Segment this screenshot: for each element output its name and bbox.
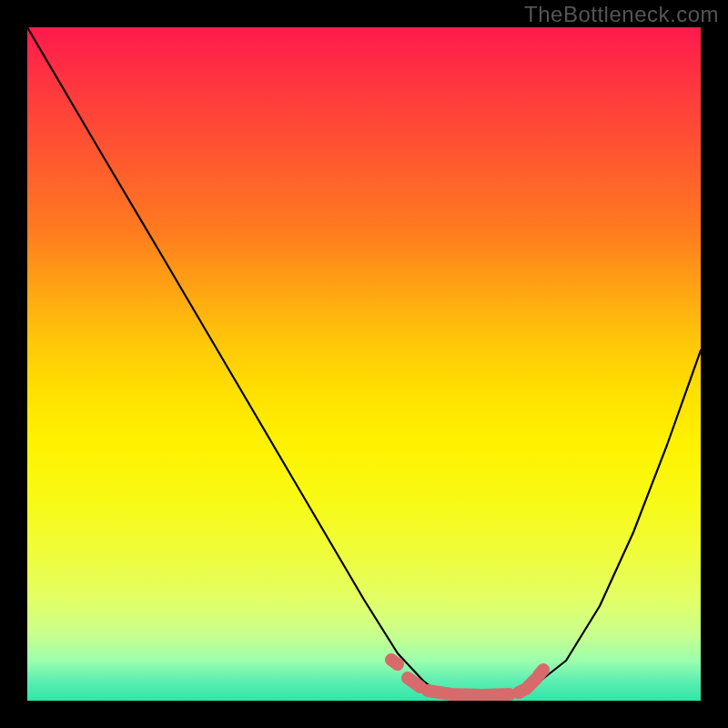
chart-frame: TheBottleneck.com	[0, 0, 728, 728]
chart-svg	[27, 27, 701, 701]
watermark-text: TheBottleneck.com	[524, 2, 719, 27]
optimal-band-path	[391, 660, 543, 695]
curve-path	[27, 27, 701, 694]
